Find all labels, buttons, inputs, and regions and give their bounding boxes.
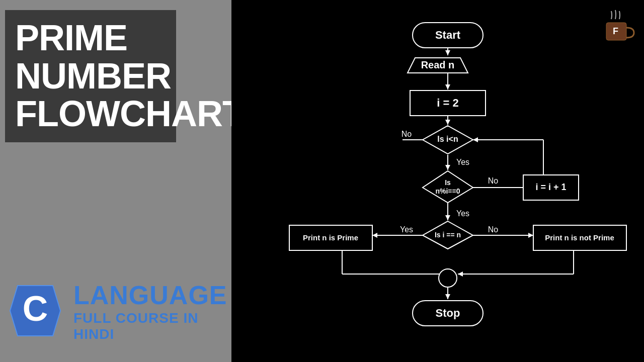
svg-marker-9 (445, 120, 450, 125)
svg-text:Print n is not Prime: Print n is not Prime (545, 233, 614, 242)
svg-marker-5 (445, 50, 450, 55)
svg-text:Start: Start (435, 29, 461, 41)
svg-text:i = i + 1: i = i + 1 (535, 182, 566, 192)
svg-marker-30 (445, 294, 450, 299)
svg-text:Stop: Stop (436, 307, 460, 319)
svg-marker-22 (528, 233, 533, 238)
svg-marker-12 (445, 165, 450, 170)
bottom-section: C LANGUAGE FULL COURSE IN HINDI (0, 261, 231, 362)
svg-text:Read n: Read n (421, 59, 455, 70)
svg-marker-18 (445, 215, 450, 220)
title-block: PRIME NUMBER FLOWCHART (5, 10, 176, 142)
left-panel: PRIME NUMBER FLOWCHART C LANGUAGE FULL C… (0, 0, 231, 362)
svg-text:Yes: Yes (456, 209, 469, 218)
svg-text:Is i<n: Is i<n (437, 135, 458, 143)
svg-marker-28 (458, 272, 463, 277)
svg-text:No: No (488, 225, 499, 234)
svg-text:Print n is Prime: Print n is Prime (303, 233, 358, 242)
c-logo: C (5, 281, 65, 343)
title-line1: PRIME (15, 19, 166, 57)
svg-point-56 (439, 269, 457, 287)
title-line2: NUMBER (15, 57, 166, 96)
svg-text:Yes: Yes (400, 225, 413, 234)
svg-text:No: No (488, 176, 499, 185)
subtitle-line1: LANGUAGE (73, 281, 231, 310)
svg-text:No: No (401, 130, 412, 138)
svg-text:Yes: Yes (456, 158, 469, 166)
flowchart-svg: Start Read n i = 2 Is i<n No Yes Is n%i=… (231, 5, 644, 357)
title-line3: FLOWCHART (15, 95, 166, 133)
svg-text:Is i == n: Is i == n (435, 231, 461, 239)
svg-marker-7 (445, 84, 450, 89)
svg-marker-20 (372, 233, 377, 238)
right-panel: F (231, 0, 644, 362)
svg-text:n%i==0: n%i==0 (435, 187, 460, 195)
subtitle-block: LANGUAGE FULL COURSE IN HINDI (73, 281, 231, 342)
subtitle-line2: FULL COURSE IN HINDI (73, 310, 231, 342)
svg-text:Is: Is (445, 178, 451, 187)
svg-text:C: C (23, 289, 48, 328)
svg-text:i = 2: i = 2 (437, 97, 458, 109)
